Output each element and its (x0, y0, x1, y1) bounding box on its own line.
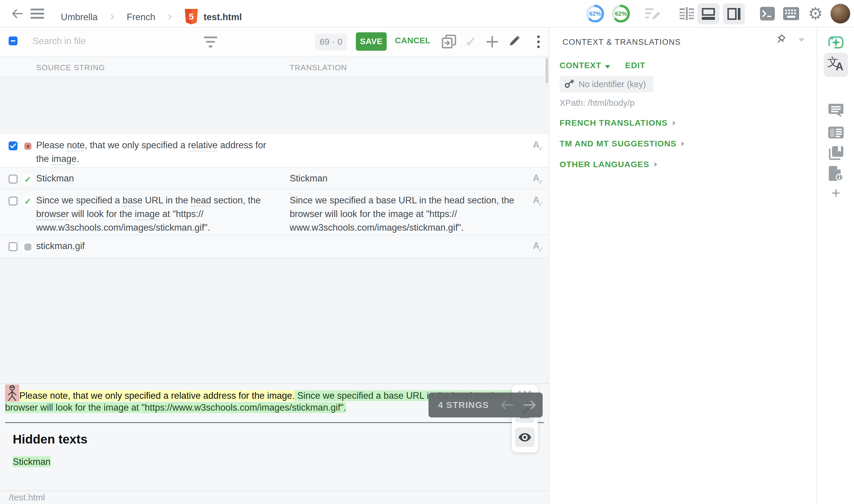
next-page-button[interactable] (523, 398, 537, 412)
pin-off-icon (776, 34, 787, 46)
sidebar-title: CONTEXT & TRANSLATIONS (563, 38, 681, 47)
collapse-panel-button[interactable] (797, 36, 806, 43)
back-button[interactable] (11, 7, 24, 20)
view-right-panel-button[interactable] (723, 3, 745, 24)
sidebar-section-tm-and-mt-suggestions[interactable]: TM AND MT SUGGESTIONS (559, 139, 685, 149)
keyboard-icon (783, 7, 799, 20)
highlighted-source-current[interactable]: Please note, that we only specified a re… (19, 390, 295, 401)
search-input[interactable]: Search in file (33, 36, 86, 47)
edit-string-button[interactable] (506, 34, 521, 50)
preview-divider (5, 422, 544, 423)
term-underline: browser (36, 209, 69, 219)
spellcheck-language-icon[interactable]: A✓ (532, 240, 545, 253)
check-icon: ✓ (465, 34, 477, 50)
spellcheck-language-icon[interactable]: A✓ (532, 140, 545, 153)
strings-pager: 4 STRINGS (428, 393, 542, 417)
hidden-text-item: Stickman (13, 456, 50, 467)
file-path: /test.html (9, 492, 45, 503)
term-underline: image (52, 154, 76, 164)
list-header: SOURCE STRING TRANSLATION (0, 57, 549, 78)
edit-context-button[interactable]: EDIT (625, 61, 645, 70)
breadcrumb-project[interactable]: Umbrella (61, 12, 97, 22)
row-checkbox[interactable] (8, 141, 18, 150)
context-dropdown[interactable]: CONTEXT (559, 61, 601, 70)
sidebar-section-french-translations[interactable]: FRENCH TRANSLATIONS (559, 118, 676, 128)
preview-visibility-button[interactable] (515, 428, 535, 447)
row-checkbox[interactable] (8, 175, 18, 183)
string-list: SOURCE STRING TRANSLATION Please note, t… (0, 57, 549, 383)
string-row[interactable]: ✓Since we specified a base URL in the he… (0, 190, 549, 235)
section-label: TM AND MT SUGGESTIONS (559, 139, 676, 148)
stickman-image[interactable] (5, 384, 19, 402)
source-string-text: Stickman (36, 172, 282, 185)
plus-icon (486, 36, 498, 48)
approved-percent: 62% (611, 4, 630, 23)
save-button[interactable]: SAVE (356, 32, 387, 51)
context-tab[interactable] (817, 124, 854, 141)
source-string-text: Please note, that we only specified a re… (36, 139, 282, 166)
highlighted-source-translated-2[interactable]: browser will look for the image at "http… (5, 402, 346, 413)
menu-button[interactable] (30, 8, 45, 20)
string-row[interactable]: stickman.gifA✓ (0, 235, 549, 258)
svg-text:5: 5 (189, 12, 194, 21)
more-options-button[interactable] (533, 34, 545, 50)
chevron-right-icon (673, 120, 676, 126)
highlighted-hidden-string[interactable]: Stickman (13, 456, 50, 467)
file-info-tab[interactable] (817, 165, 854, 182)
section-label: FRENCH TRANSLATIONS (559, 118, 668, 128)
row-checkbox[interactable] (8, 197, 18, 205)
term-underline: relative (188, 140, 218, 150)
previous-page-button[interactable] (500, 398, 514, 412)
breadcrumb-language[interactable]: French (127, 12, 155, 22)
unpin-panel-button[interactable] (774, 33, 788, 47)
preview-line-2: browser will look for the image at "http… (5, 402, 346, 413)
string-row[interactable]: Please note, that we only specified a re… (0, 134, 549, 167)
plus-icon: + (832, 184, 840, 202)
cancel-button[interactable]: CANCEL (395, 36, 430, 46)
arrow-right-icon (523, 400, 536, 410)
translated-progress-ring: 62% (586, 4, 605, 23)
source-string-text: Since we specified a base URL in the hea… (36, 194, 282, 234)
editor-window: Umbrella › French › 5 test.html 62% (0, 0, 854, 504)
comments-tab[interactable] (817, 102, 854, 119)
translation-text: Stickman (290, 172, 524, 185)
console-button[interactable] (759, 6, 776, 21)
shortcuts-button[interactable] (782, 6, 800, 21)
pencil-icon (508, 36, 520, 48)
key-icon (564, 79, 574, 89)
file-info-icon (829, 166, 843, 181)
card-icon (828, 127, 843, 139)
glossary-tab[interactable] (817, 145, 854, 162)
filter-button[interactable] (202, 35, 219, 50)
translated-status-icon: ✓ (22, 174, 34, 185)
draft-edits-button[interactable] (644, 6, 662, 22)
source-string-text: stickman.gif (36, 239, 282, 253)
add-string-button[interactable] (484, 34, 500, 50)
spellcheck-language-icon[interactable]: A✓ (532, 195, 545, 208)
view-side-by-side-button[interactable] (678, 6, 695, 21)
comment-icon (829, 104, 843, 118)
spellcheck-language-icon[interactable]: A✓ (532, 173, 545, 186)
list-pencil-icon (645, 7, 661, 21)
identifier-chip[interactable]: No identifier (key) (559, 76, 654, 92)
settings-button[interactable]: ⚙ (806, 4, 825, 23)
view-bottom-panel-button[interactable] (697, 3, 719, 24)
right-icon-strip: 文A (817, 28, 854, 504)
breadcrumb-file: test.html (203, 12, 242, 22)
term-underline: note (67, 140, 85, 150)
approve-button[interactable]: ✓ (463, 34, 479, 50)
sidebar-section-other-languages[interactable]: OTHER LANGUAGES (559, 159, 658, 170)
source-column-header: SOURCE STRING (36, 63, 105, 72)
string-row[interactable]: ✓StickmanStickmanA✓ (0, 167, 549, 190)
list-scrollbar[interactable] (546, 58, 548, 83)
add-panel-button[interactable]: + (817, 184, 854, 202)
translations-tab-active[interactable]: 文A (824, 53, 848, 77)
row-checkbox[interactable] (8, 242, 18, 251)
copy-source-button[interactable] (441, 34, 457, 50)
strings-count-label: 4 STRINGS (438, 400, 489, 410)
breadcrumb: Umbrella › French › 5 test.html (61, 9, 242, 24)
select-all-checkbox[interactable] (8, 36, 18, 46)
ai-assistant-button[interactable] (817, 34, 854, 51)
chevron-right-icon: › (110, 10, 114, 22)
avatar[interactable] (830, 3, 851, 24)
